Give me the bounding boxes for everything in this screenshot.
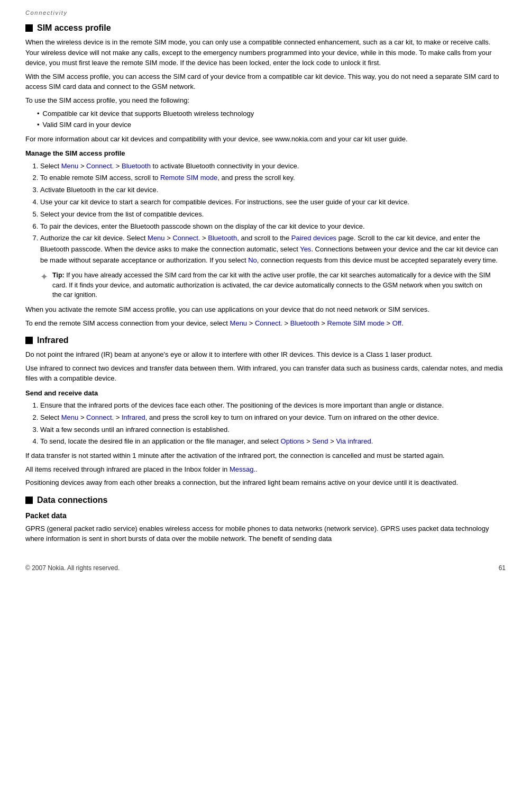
infrared-section: Infrared Do not point the infrared (IR) … [25,336,506,488]
sim-intro-1: When the wireless device is in the remot… [25,37,506,68]
infrared-post-3: Positioning devices away from each other… [25,477,506,488]
page-number: 61 [499,564,506,572]
packet-data-p1: GPRS (general packet radio service) enab… [25,524,506,544]
infrared-post-1: If data transfer is not started within 1… [25,450,506,461]
infrared-step-4: To send, locate the desired file in an a… [40,436,506,447]
sim-step-7: Authorize the car kit device. Select Men… [40,233,506,266]
link-yes[interactable]: Yes [300,245,311,253]
sim-step-5: Select your device from the list of comp… [40,209,506,220]
data-connections-heading: Data connections [25,495,506,505]
infrared-p2: Use infrared to connect two devices and … [25,363,506,384]
infrared-p1: Do not point the infrared (IR) beam at a… [25,349,506,360]
infrared-heading: Infrared [25,336,506,345]
link-infrared[interactable]: Infrared [122,413,145,421]
data-connections-title: Data connections [37,495,107,505]
link-paired-devices[interactable]: Paired devices [291,234,336,242]
sim-post-1: When you activate the remote SIM access … [25,304,506,315]
link-connect-3[interactable]: Connect. [255,319,282,327]
packet-data-subsection: Packet data GPRS (general packet radio s… [25,510,506,544]
link-connect-2[interactable]: Connect. [172,234,200,242]
data-connections-section: Data connections Packet data GPRS (gener… [25,495,506,544]
infrared-post-2: All items received through infrared are … [25,464,506,475]
packet-data-heading: Packet data [25,510,506,521]
link-remote-sim-mode[interactable]: Remote SIM mode [160,174,217,182]
sim-step-6: To pair the devices, enter the Bluetooth… [40,221,506,232]
sim-access-profile-section: SIM access profile When the wireless dev… [25,23,506,328]
heading-bullet [25,24,33,32]
link-bluetooth-2[interactable]: Bluetooth [208,234,237,242]
sim-requirements-list: Compatible car kit device that supports … [32,109,506,131]
link-bluetooth-3[interactable]: Bluetooth [290,319,319,327]
link-no[interactable]: No [248,256,257,264]
manage-sim-heading: Manage the SIM access profile [25,148,506,159]
infrared-step-2: Select Menu > Connect. > Infrared, and p… [40,412,506,423]
sim-access-profile-title: SIM access profile [37,23,111,33]
page-footer: © 2007 Nokia. All rights reserved. 61 [25,560,506,572]
sim-post-2: To end the remote SIM access connection … [25,318,506,329]
link-send[interactable]: Send [312,437,328,445]
page-header: Connectivity [25,10,506,16]
sim-intro-3: To use the SIM access profile, you need … [25,95,506,106]
infrared-bullet [25,337,33,344]
link-messag[interactable]: Messag.. [230,465,258,473]
link-menu-3[interactable]: Menu [230,319,248,327]
link-menu-2[interactable]: Menu [148,234,165,242]
sim-step-2: To enable remote SIM access, scroll to R… [40,173,506,184]
link-connect-ir[interactable]: Connect. [86,413,114,421]
infrared-title: Infrared [37,336,69,345]
tip-box: ✦ Tip: If you have already accessed the … [40,270,491,300]
link-menu-1[interactable]: Menu [61,162,79,170]
link-connect-1[interactable]: Connect. [86,162,114,170]
tip-icon: ✦ [40,271,48,283]
infrared-step-3: Wait a few seconds until an infrared con… [40,425,506,436]
sim-step-3: Activate Bluetooth in the car kit device… [40,185,506,196]
sim-step-4: Use your car kit device to start a searc… [40,197,506,208]
tip-text: Tip: If you have already accessed the SI… [52,270,491,300]
link-off[interactable]: Off [392,319,401,327]
infrared-step-1: Ensure that the infrared ports of the de… [40,400,506,411]
data-connections-bullet [25,497,33,504]
sim-intro-2: With the SIM access profile, you can acc… [25,71,506,92]
sim-note: For more information about car kit devic… [25,134,506,145]
link-bluetooth-1[interactable]: Bluetooth [122,162,151,170]
sim-step-1: Select Menu > Connect. > Bluetooth to ac… [40,161,506,172]
sim-access-profile-heading: SIM access profile [25,23,506,33]
sim-req-1: Compatible car kit device that supports … [32,109,506,120]
sim-steps-list: Select Menu > Connect. > Bluetooth to ac… [40,161,506,266]
link-menu-ir[interactable]: Menu [61,413,79,421]
sim-req-2: Valid SIM card in your device [32,120,506,131]
infrared-steps-list: Ensure that the infrared ports of the de… [40,400,506,447]
link-options[interactable]: Options [281,437,305,445]
link-remote-sim-mode-2[interactable]: Remote SIM mode [327,319,384,327]
send-receive-heading: Send and receive data [25,388,506,399]
copyright: © 2007 Nokia. All rights reserved. [25,564,120,572]
link-via-infrared[interactable]: Via infrared [336,437,371,445]
